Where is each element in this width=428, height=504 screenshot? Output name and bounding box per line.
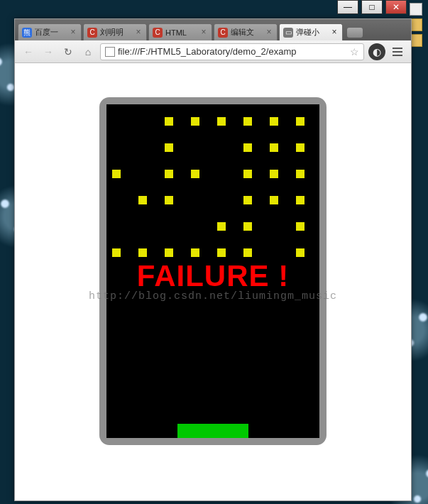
favicon: C [153,28,163,38]
brick [112,248,121,257]
favicon: 熊 [22,28,32,38]
browser-tab[interactable]: C编辑文× [214,23,278,40]
brick [243,170,252,178]
game-canvas[interactable]: FAILURE ! [106,104,319,438]
brick [243,196,252,204]
tab-label: 编辑文 [231,27,254,38]
os-window-controls: — □ ✕ [0,0,411,18]
new-tab-button[interactable] [347,28,363,38]
address-bar[interactable]: file:///F:/HTML5_Laboratory/demo_2/examp… [100,43,364,60]
brick [270,170,278,178]
page-content: FAILURE ! http://blog.csdn.net/liumingm_… [15,63,411,500]
menu-button[interactable] [390,44,405,60]
home-button[interactable]: ⌂ [80,44,96,60]
brick [112,170,121,178]
browser-tab[interactable]: ▭弹碰小× [279,23,343,40]
brick [165,170,173,178]
tab-strip: 熊百度一×C刘明明×CHTML×C编辑文×▭弹碰小× [15,19,411,40]
extension-button[interactable]: ◐ [368,43,385,60]
brick [217,117,226,126]
favicon: C [218,28,228,38]
brick [138,248,147,257]
tab-close-icon[interactable]: × [199,28,208,37]
tab-label: 刘明明 [100,27,124,38]
brick [270,117,278,126]
brick [165,117,173,126]
brick [138,196,147,204]
favicon: C [87,28,97,38]
brick [296,170,304,178]
brick [243,248,252,257]
back-button[interactable]: ← [21,44,36,60]
brick [191,117,199,126]
desktop-icons [410,0,425,50]
favicon: ▭ [283,28,293,38]
tab-close-icon[interactable]: × [134,28,143,37]
brick [191,170,199,178]
brick [243,117,252,126]
brick [296,196,304,204]
brick [191,248,199,257]
browser-window: 熊百度一×C刘明明×CHTML×C编辑文×▭弹碰小× ← → ↻ ⌂ file:… [14,18,412,501]
reload-button[interactable]: ↻ [60,44,76,60]
browser-tab[interactable]: CHTML× [148,23,212,40]
tab-close-icon[interactable]: × [265,28,273,37]
tab-close-icon[interactable]: × [69,28,77,37]
game-frame: FAILURE ! [99,97,327,445]
brick [217,222,226,231]
os-minimize-button[interactable]: — [337,0,358,14]
tab-label: 弹碰小 [296,27,319,38]
game-message: FAILURE ! [106,259,319,293]
brick [243,222,252,231]
forward-button[interactable]: → [40,44,56,60]
brick [270,143,278,152]
os-close-button[interactable]: ✕ [385,0,407,14]
page-icon [105,47,115,57]
brick [165,248,173,257]
brick [296,248,304,257]
brick [296,117,304,126]
os-maximize-button[interactable]: □ [361,0,383,14]
brick [165,143,173,152]
brick [296,143,304,152]
paddle [177,424,248,438]
brick [243,143,252,152]
browser-tab[interactable]: C刘明明× [83,23,147,40]
brick [296,222,304,231]
brick [165,196,173,204]
tab-close-icon[interactable]: × [330,28,339,37]
tab-label: HTML [165,28,187,37]
browser-tab[interactable]: 熊百度一× [18,23,82,40]
brick [270,196,278,204]
brick [217,248,226,257]
url-text: file:///F:/HTML5_Laboratory/demo_2/examp [118,46,296,57]
browser-toolbar: ← → ↻ ⌂ file:///F:/HTML5_Laboratory/demo… [15,40,411,63]
bookmark-star-icon[interactable]: ☆ [350,46,359,57]
tab-label: 百度一 [35,27,58,38]
